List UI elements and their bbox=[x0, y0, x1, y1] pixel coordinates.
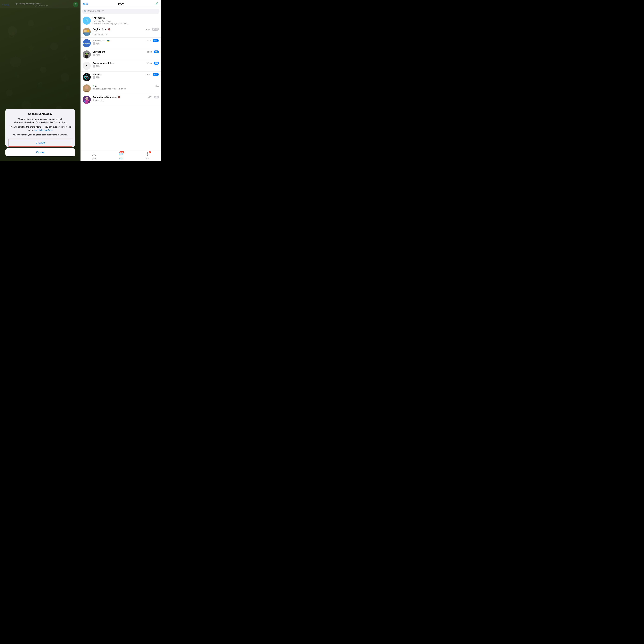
chat-preview1-english: Yesss bbox=[93, 31, 130, 33]
svg-point-34 bbox=[86, 76, 87, 78]
chat-name-memes-tm: Memes™™ 🇺🇦 bbox=[93, 39, 109, 42]
chat-preview-animations: Kagura Hino bbox=[93, 99, 130, 101]
svg-rect-39 bbox=[85, 98, 88, 98]
svg-point-21 bbox=[87, 30, 89, 32]
chat-avatar-english bbox=[83, 28, 91, 36]
chat-body-memes-tm: Memes™™ 🇺🇦 07:11 图片 bbox=[93, 39, 151, 45]
contacts-icon bbox=[92, 152, 96, 157]
chat-item-memes2[interactable]: Memes 03:30 图片 2.9K bbox=[81, 72, 161, 83]
chat-body-1: ✓ 1 周二 tg://setlanguage?lang=classic-zh-… bbox=[93, 84, 159, 90]
chat-avatar-surrealism bbox=[83, 50, 91, 59]
svg-rect-25 bbox=[85, 55, 88, 58]
chat-preview-surrealism: 图片 bbox=[93, 54, 152, 56]
tab-bar: 联系人 7.3K 对话 bbox=[81, 151, 161, 161]
tab-chats[interactable]: 7.3K 对话 bbox=[107, 152, 134, 160]
change-language-dialog: Change Language? You are about to apply … bbox=[5, 109, 75, 147]
read-tick-icon: ✓ bbox=[93, 85, 94, 87]
chat-preview2-english: Two names??? bbox=[93, 33, 150, 36]
chat-time-programmer: 03:30 bbox=[147, 62, 152, 64]
chat-meta-animations: 181 bbox=[154, 96, 159, 98]
dialog-body2: This will translate the entire interface… bbox=[9, 125, 72, 132]
chat-time-animations: 周二 bbox=[148, 96, 152, 99]
chat-meta-english: 42.1K bbox=[152, 28, 159, 31]
chat-body-surrealism: Surrealism 04:30 图片 bbox=[93, 50, 152, 56]
search-icon: 🔍 bbox=[84, 10, 87, 13]
compose-icon bbox=[155, 2, 159, 6]
chat-time-surrealism: 04:30 bbox=[147, 51, 152, 53]
page-title: 对话 bbox=[92, 2, 149, 6]
chats-badge: 7.3K bbox=[119, 151, 124, 153]
chat-meta-memes-tm: 1.4K bbox=[153, 39, 159, 42]
compose-button[interactable] bbox=[149, 2, 159, 6]
chats-label: 对话 bbox=[119, 158, 122, 160]
chat-name-english: English Chat 🔇 bbox=[93, 28, 110, 31]
mute-icon: 🔇 bbox=[108, 28, 110, 30]
cancel-button[interactable]: Cancel bbox=[5, 148, 75, 156]
svg-point-20 bbox=[84, 30, 87, 32]
change-language-button[interactable]: Change bbox=[9, 139, 72, 147]
chat-name-memes2: Memes bbox=[93, 73, 101, 76]
archived-item[interactable]: 🗄 已归档对话 Language Translator List is in t… bbox=[81, 15, 161, 26]
image-thumb-icon bbox=[93, 54, 95, 56]
chat-avatar-animations bbox=[83, 96, 91, 104]
right-panel: 编辑 对话 🔍 搜索消息或用户 🗄 已归档对话 Language Transla… bbox=[81, 0, 161, 161]
chat-item-programmer[interactable]: ; Programmer Jokes 03:30 图片 499 bbox=[81, 60, 161, 72]
svg-point-42 bbox=[93, 153, 95, 154]
chat-time-memes-tm: 07:11 bbox=[146, 39, 151, 42]
dialog-content: Change Language? You are about to apply … bbox=[5, 109, 75, 147]
chat-body-programmer: Programmer Jokes 03:30 图片 bbox=[93, 62, 152, 68]
chat-meta-programmer: 499 bbox=[154, 62, 159, 65]
chat-time-1: 周二 bbox=[155, 85, 159, 87]
cancel-dialog: Cancel bbox=[5, 148, 75, 156]
chat-body-animations: Animations Unlimited 🔇 周二 Kagura Hino bbox=[93, 96, 152, 101]
dialog-title: Change Language? bbox=[9, 112, 72, 115]
dialog-body: You are about to apply a custom language… bbox=[9, 118, 72, 124]
search-bar[interactable]: 🔍 搜索消息或用户 bbox=[82, 9, 159, 14]
chat-meta-surrealism: 446 bbox=[154, 50, 159, 53]
chat-name-1: ✓ 1 bbox=[93, 84, 97, 87]
badge-animations: 181 bbox=[154, 96, 159, 98]
chat-preview-programmer: 图片 bbox=[93, 65, 152, 68]
svg-rect-30 bbox=[87, 53, 87, 53]
tab-settings[interactable]: 5 设置 bbox=[134, 152, 161, 160]
chat-time-memes2: 03:30 bbox=[146, 73, 151, 76]
archived-avatar: 🗄 bbox=[83, 17, 91, 25]
archived-title: 已归档对话 bbox=[93, 17, 159, 20]
chat-name-surrealism: Surrealism bbox=[93, 50, 105, 53]
badge-english: 42.1K bbox=[152, 28, 159, 31]
archived-body: 已归档对话 Language Translator List is in the… bbox=[93, 17, 159, 25]
chat-item-english[interactable]: English Chat 🔇 09:43 Yesss Two names??? … bbox=[81, 26, 161, 38]
badge-memes2: 2.9K bbox=[153, 73, 159, 76]
svg-point-36 bbox=[85, 86, 88, 89]
tab-contacts[interactable]: 联系人 bbox=[81, 152, 107, 160]
svg-rect-23 bbox=[85, 33, 89, 36]
search-input[interactable]: 搜索消息或用户 bbox=[87, 10, 104, 13]
svg-text:;: ; bbox=[86, 63, 87, 68]
flag-icon: 🇺🇦 bbox=[107, 39, 109, 42]
chat-avatar-1 bbox=[83, 84, 91, 92]
chat-body-memes2: Memes 03:30 图片 bbox=[93, 73, 151, 79]
chat-item-surrealism[interactable]: Surrealism 04:30 图片 446 bbox=[81, 49, 161, 60]
image-thumb-icon bbox=[93, 65, 95, 67]
dialog-body3: You can change your language back at any… bbox=[9, 133, 72, 136]
edit-button[interactable]: 编辑 bbox=[83, 2, 92, 6]
settings-badge: 5 bbox=[149, 151, 151, 153]
chat-avatar-programmer: ; bbox=[83, 62, 91, 70]
chat-item-memes-tm[interactable]: Memes Memes™™ 🇺🇦 07:11 图片 1.4K bbox=[81, 38, 161, 49]
mute-icon-animations: 🔇 bbox=[118, 96, 120, 98]
chat-preview-1: tg://setlanguage?lang=classic-zh-cn bbox=[93, 88, 130, 90]
chat-avatar-memes-tm: Memes bbox=[83, 39, 91, 47]
chat-list: 🗄 已归档对话 Language Translator List is in t… bbox=[81, 15, 161, 151]
chat-body-english: English Chat 🔇 09:43 Yesss Two names??? bbox=[93, 28, 150, 36]
svg-point-40 bbox=[88, 100, 89, 101]
archived-subtitle2: List is in the form Language code -> La.… bbox=[93, 22, 159, 25]
chat-item-1[interactable]: ✓ 1 周二 tg://setlanguage?lang=classic-zh-… bbox=[81, 83, 161, 94]
translation-platform-link[interactable]: translation platform bbox=[34, 129, 52, 131]
svg-point-44 bbox=[147, 153, 148, 155]
chat-avatar-memes2 bbox=[83, 73, 91, 81]
badge-programmer: 499 bbox=[154, 62, 159, 65]
chat-item-animations[interactable]: Animations Unlimited 🔇 周二 Kagura Hino 18… bbox=[81, 94, 161, 105]
archive-icon: 🗄 bbox=[85, 19, 88, 23]
chat-name-programmer: Programmer Jokes bbox=[93, 62, 114, 65]
image-thumb-icon bbox=[93, 76, 95, 79]
